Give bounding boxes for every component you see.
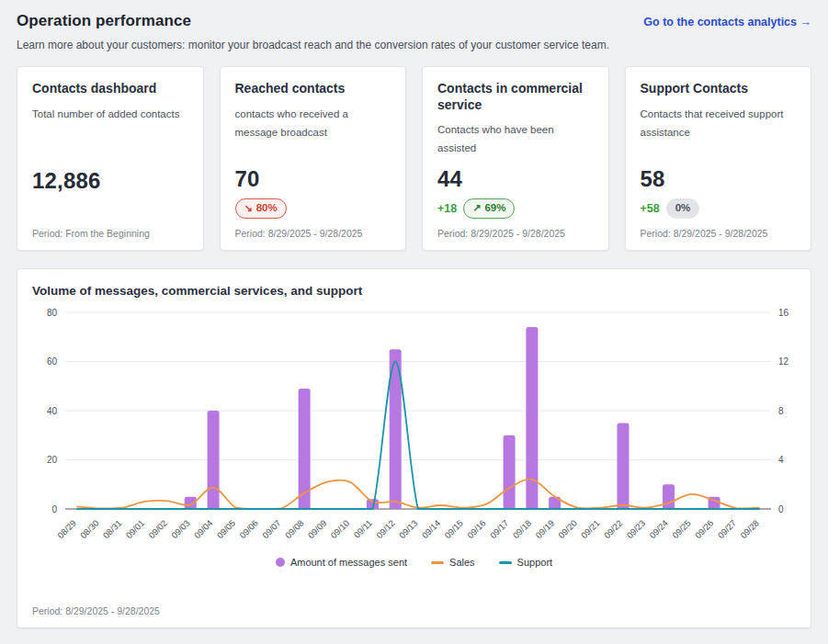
trend-value: 0% <box>675 200 691 216</box>
trend-up-icon: ↗ <box>472 201 481 216</box>
trend-down-icon: ↘ <box>244 201 253 216</box>
legend-label: Amount of messages sent <box>290 557 407 568</box>
legend-label: Support <box>517 557 553 568</box>
operation-performance-page: Operation performance Go to the contacts… <box>0 0 828 628</box>
x-axis-label: 09/15 <box>442 518 465 541</box>
page-title: Operation performance <box>17 12 191 30</box>
x-axis-label: 09/17 <box>488 518 511 541</box>
page-header: Operation performance Go to the contacts… <box>17 12 811 30</box>
right-axis-tick: 8 <box>778 406 784 416</box>
x-axis-label: 09/09 <box>306 518 329 541</box>
left-axis-tick: 60 <box>47 356 58 367</box>
sales-legend-marker <box>431 561 444 564</box>
x-axis-label: 09/10 <box>328 518 351 541</box>
messages-legend-marker <box>276 558 285 567</box>
bar-09/22[interactable] <box>617 423 629 509</box>
x-axis-label: 09/04 <box>192 518 215 541</box>
x-axis-label: 08/31 <box>101 518 124 541</box>
left-axis-tick: 80 <box>47 308 58 318</box>
card-value-block: 12,886 <box>32 168 188 219</box>
x-axis-label: 09/19 <box>533 518 556 541</box>
left-axis-tick: 0 <box>51 504 57 514</box>
x-axis-label: 09/11 <box>352 518 374 540</box>
x-axis-label: 09/25 <box>670 518 693 541</box>
support-contacts-card: Support Contacts Contacts that received … <box>625 66 812 251</box>
support-legend-marker <box>499 561 512 564</box>
chart-period: Period: 8/29/2025 - 9/28/2025 <box>32 605 796 616</box>
badge-row: ↘ 80% <box>235 198 391 219</box>
commercial-service-card: Contacts in commercial service Contacts … <box>422 66 609 251</box>
card-period: Period: 8/29/2025 - 9/28/2025 <box>437 228 594 239</box>
right-axis-tick: 16 <box>778 308 789 318</box>
x-axis-label: 09/05 <box>215 518 238 541</box>
chart-area[interactable]: 020406080048121608/2908/3008/3109/0109/0… <box>32 305 796 555</box>
right-axis-tick: 12 <box>778 356 789 367</box>
support-contacts-value: 58 <box>641 166 797 192</box>
card-description: Total number of added contacts <box>32 105 188 123</box>
x-axis-label: 09/03 <box>169 518 192 541</box>
x-axis-label: 08/29 <box>55 518 78 541</box>
x-axis-label: 09/24 <box>647 518 670 541</box>
left-axis-tick: 20 <box>47 455 58 465</box>
x-axis-label: 09/26 <box>693 518 716 541</box>
x-axis-label: 09/01 <box>124 518 147 541</box>
x-axis-label: 09/13 <box>397 518 420 541</box>
page-subtitle: Learn more about your customers: monitor… <box>17 39 811 51</box>
delta-value: +58 <box>641 202 660 215</box>
bar-09/24[interactable] <box>663 484 675 509</box>
card-title: Support Contacts <box>641 81 797 97</box>
x-axis-label: 09/12 <box>374 518 397 541</box>
card-period: Period: From the Beginning <box>32 228 188 239</box>
x-axis-label: 09/14 <box>420 518 443 541</box>
sales-line[interactable] <box>76 480 759 509</box>
x-axis-label: 09/23 <box>625 518 648 541</box>
chart-title: Volume of messages, commercial services,… <box>32 284 796 298</box>
chart-legend: Amount of messages sent Sales Support <box>32 557 796 568</box>
card-value-block: 44 +18 ↗ 69% <box>437 166 594 219</box>
bar-09/04[interactable] <box>208 411 220 509</box>
right-axis-tick: 0 <box>778 504 784 514</box>
bar-09/17[interactable] <box>504 435 516 509</box>
x-axis-label: 09/16 <box>465 518 488 541</box>
reached-contacts-value: 70 <box>235 166 391 192</box>
kpi-cards-row: Contacts dashboard Total number of added… <box>17 66 811 251</box>
trend-badge: ↘ 80% <box>235 198 287 219</box>
x-axis-label: 09/02 <box>146 518 169 541</box>
contacts-total-value: 12,886 <box>32 168 188 194</box>
reached-contacts-card: Reached contacts contacts who received a… <box>220 66 407 251</box>
badge-row: +58 0% <box>641 198 797 219</box>
legend-item-support[interactable]: Support <box>499 557 553 568</box>
contacts-analytics-link[interactable]: Go to the contacts analytics → <box>643 16 811 28</box>
delta-value: +18 <box>437 202 457 215</box>
card-description: Contacts that received support assistanc… <box>641 105 797 141</box>
right-axis-tick: 4 <box>778 455 784 465</box>
badge-row: +18 ↗ 69% <box>437 198 594 219</box>
card-title: Contacts in commercial service <box>437 81 594 113</box>
card-value-block: 58 +58 0% <box>641 166 797 219</box>
support-line[interactable] <box>76 362 759 510</box>
card-title: Reached contacts <box>235 81 391 97</box>
x-axis-label: 09/20 <box>556 518 579 541</box>
x-axis-label: 09/18 <box>511 518 534 541</box>
contacts-dashboard-card: Contacts dashboard Total number of added… <box>17 66 204 251</box>
card-value-block: 70 ↘ 80% <box>235 166 391 219</box>
card-description: Contacts who have been assisted <box>437 120 594 157</box>
volume-chart[interactable]: 020406080048121608/2908/3008/3109/0109/0… <box>32 305 798 551</box>
commercial-contacts-value: 44 <box>437 166 594 192</box>
x-axis-label: 09/22 <box>602 518 625 541</box>
x-axis-label: 09/07 <box>260 518 283 541</box>
trend-badge: 0% <box>666 198 700 219</box>
left-axis-tick: 40 <box>47 406 58 416</box>
x-axis-label: 09/08 <box>283 518 306 541</box>
legend-label: Sales <box>449 557 475 568</box>
x-axis-label: 09/28 <box>738 518 761 541</box>
card-period: Period: 8/29/2025 - 9/28/2025 <box>235 228 391 239</box>
x-axis-label: 09/27 <box>716 518 739 541</box>
trend-value: 80% <box>256 200 278 216</box>
x-axis-label: 09/21 <box>579 518 602 541</box>
legend-item-messages[interactable]: Amount of messages sent <box>276 557 407 568</box>
legend-item-sales[interactable]: Sales <box>431 557 475 568</box>
card-title: Contacts dashboard <box>32 81 188 97</box>
badge-row <box>32 200 188 219</box>
trend-value: 69% <box>484 200 505 216</box>
